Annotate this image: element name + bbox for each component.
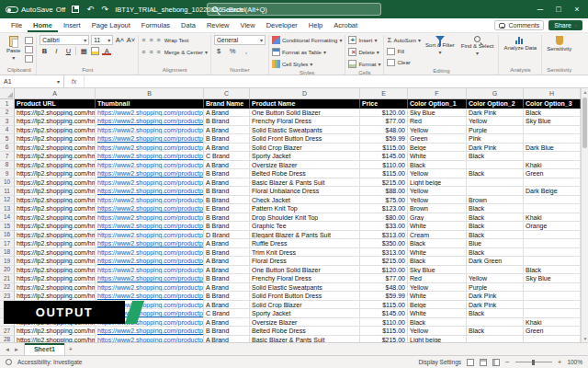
cut-icon[interactable] <box>25 37 33 44</box>
cell-price[interactable]: $123.00 <box>360 204 408 213</box>
cell-price[interactable]: $59.99 <box>360 134 408 144</box>
cell-product-url[interactable]: https://lp2.shopping.com/hm/productpage <box>15 204 96 213</box>
row-header-22[interactable]: 22 <box>0 283 15 293</box>
add-sheet-icon[interactable]: + <box>65 343 76 355</box>
cell-brand-name[interactable]: A Brand <box>204 109 250 118</box>
select-all-corner[interactable] <box>0 88 15 98</box>
cell-product-name[interactable]: Graphic Tee <box>250 222 360 231</box>
cell-color-option-1[interactable]: Yellow <box>408 187 467 196</box>
fill-color-icon[interactable] <box>91 47 99 55</box>
cell-color-option-1[interactable]: Yellow <box>408 169 467 178</box>
undo-icon[interactable]: ↶ <box>85 5 95 14</box>
cell-color-option-2[interactable]: Black <box>467 327 524 336</box>
cell-color-option-1[interactable]: Black <box>408 161 467 170</box>
cell-thumbnail-link[interactable]: https://www2.shopping.com/productpage. <box>96 204 204 213</box>
cell-price[interactable]: $33.00 <box>360 222 408 231</box>
cell-color-option-3[interactable]: Dark Blue <box>524 144 581 153</box>
sensitivity-button[interactable]: Sensitivity <box>545 35 573 53</box>
row-header-13[interactable]: 13 <box>0 204 15 213</box>
close-button[interactable] <box>571 5 582 14</box>
cell-color-option-3[interactable] <box>524 257 581 266</box>
cell-brand-name[interactable]: B Brand <box>204 248 250 258</box>
cell-product-url[interactable]: https://lp2.shopping.com/hm/productpage <box>15 117 96 126</box>
cell-price[interactable]: $120.00 <box>360 266 408 275</box>
cell-product-name[interactable]: Solid Crop Blazer <box>250 301 360 310</box>
comma-format-icon[interactable]: , <box>242 47 251 55</box>
cell-product-name[interactable]: Basic Blazer & Pants Suit <box>250 336 360 343</box>
cell-product-name[interactable]: Check Jacket <box>250 196 360 205</box>
italic-button[interactable]: I <box>51 47 61 55</box>
borders-icon[interactable]: ▦ <box>79 47 88 55</box>
cell-price[interactable]: $215.00 <box>360 257 408 266</box>
tab-review[interactable]: Review <box>201 18 235 32</box>
cell-thumbnail-link[interactable]: https://www2.shopping.com/productpage. <box>96 187 204 196</box>
cell-color-option-2[interactable]: Black <box>467 169 524 178</box>
cell-color-option-2[interactable]: Black <box>467 309 524 318</box>
tab-formulas[interactable]: Formulas <box>136 18 175 32</box>
align-left-icon[interactable] <box>141 49 145 55</box>
cell-brand-name[interactable]: A Brand <box>204 266 250 275</box>
cell-color-option-3[interactable] <box>524 283 581 293</box>
cell-product-name[interactable]: One Button Solid Blazer <box>250 109 360 118</box>
cell-color-option-3[interactable] <box>524 204 581 213</box>
column-header-H[interactable]: H <box>524 88 581 98</box>
cell-price[interactable]: $115.00 <box>360 144 408 153</box>
font-color-icon[interactable]: A <box>102 47 111 55</box>
row-header-12[interactable]: 12 <box>0 196 15 205</box>
tab-home[interactable]: Home <box>28 18 58 32</box>
sheet-tab-active[interactable]: Sheet1 <box>24 343 65 355</box>
row-header-10[interactable]: 10 <box>0 178 15 188</box>
row-header-9[interactable]: 9 <box>0 169 15 178</box>
cell-thumbnail-link[interactable]: https://www2.shopping.com/productpage. <box>96 274 204 283</box>
cell-color-option-3[interactable]: Orange <box>524 222 581 231</box>
tab-developer[interactable]: Developer <box>261 18 303 32</box>
cell-color-option-1[interactable]: Gray <box>408 213 467 223</box>
cell-color-option-3[interactable]: Dark Beige <box>524 187 581 196</box>
save-icon[interactable] <box>71 5 80 14</box>
sort-filter-button[interactable]: Sort & Filter <box>424 35 457 56</box>
cell-thumbnail-link[interactable]: https://www2.shopping.com/productpage. <box>96 292 204 301</box>
cell-color-option-3[interactable] <box>524 309 581 318</box>
cell-color-option-2[interactable]: Black <box>467 213 524 223</box>
paste-button[interactable]: Paste <box>5 35 22 62</box>
cell-brand-name[interactable]: A Brand <box>204 178 250 188</box>
cell-thumbnail-link[interactable]: https://www2.shopping.com/productpage. <box>96 222 204 231</box>
cell-product-name[interactable]: Basic Blazer & Pants Suit <box>250 178 360 188</box>
redo-icon[interactable]: ↷ <box>100 5 109 14</box>
cell-color-option-2[interactable]: Purple <box>467 126 524 135</box>
cell-brand-name[interactable]: E Brand <box>204 204 250 213</box>
cell-color-option-2[interactable] <box>467 178 524 188</box>
cell-product-name[interactable]: Floral Dress <box>250 257 360 266</box>
cell-color-option-2[interactable]: Black <box>467 231 524 240</box>
scroll-down-icon[interactable]: ▼ <box>582 336 588 341</box>
cell-thumbnail-link[interactable]: https://www2.shopping.com/productpage. <box>96 257 204 266</box>
cell-color-option-3[interactable] <box>524 152 581 161</box>
header-cell-B[interactable]: Thumbnail <box>96 99 204 109</box>
cell-product-url[interactable]: https://lp2.shopping.com/hm/productpage <box>15 213 96 223</box>
cell-thumbnail-link[interactable]: https://www2.shopping.com/productpage. <box>96 169 204 178</box>
delete-cells-button[interactable]: Delete <box>348 47 379 57</box>
row-header-16[interactable]: 16 <box>0 231 15 240</box>
cell-thumbnail-link[interactable]: https://www2.shopping.com/productpage. <box>96 196 204 205</box>
cell-thumbnail-link[interactable]: https://www2.shopping.com/productpage. <box>96 266 204 275</box>
cell-color-option-3[interactable] <box>524 196 581 205</box>
cell-thumbnail-link[interactable]: https://www2.shopping.com/productpage. <box>96 231 204 240</box>
cell-product-name[interactable]: Ruffle Dress <box>250 239 360 248</box>
cell-product-url[interactable]: https://lp2.shopping.com/hm/productpage <box>15 248 96 258</box>
cell-color-option-1[interactable]: Red <box>408 274 467 283</box>
cell-price[interactable]: $145.00 <box>360 309 408 318</box>
cell-product-name[interactable]: Floral Unbalance Dress <box>250 187 360 196</box>
cell-brand-name[interactable]: B Brand <box>204 134 250 144</box>
column-header-F[interactable]: F <box>408 88 467 98</box>
cell-brand-name[interactable]: B Brand <box>204 274 250 283</box>
column-header-E[interactable]: E <box>360 88 408 98</box>
cell-price[interactable]: $75.00 <box>360 196 408 205</box>
cell-color-option-2[interactable] <box>467 161 524 170</box>
share-button[interactable]: Share <box>548 20 582 30</box>
column-header-D[interactable]: D <box>250 88 360 98</box>
cell-product-url[interactable]: https://lp2.shopping.com/hm/productpage <box>15 222 96 231</box>
name-box[interactable]: A1 <box>0 75 64 87</box>
cell-color-option-1[interactable]: Red <box>408 117 467 126</box>
row-header-15[interactable]: 15 <box>0 222 15 231</box>
cell-color-option-1[interactable]: Beige <box>408 301 467 310</box>
